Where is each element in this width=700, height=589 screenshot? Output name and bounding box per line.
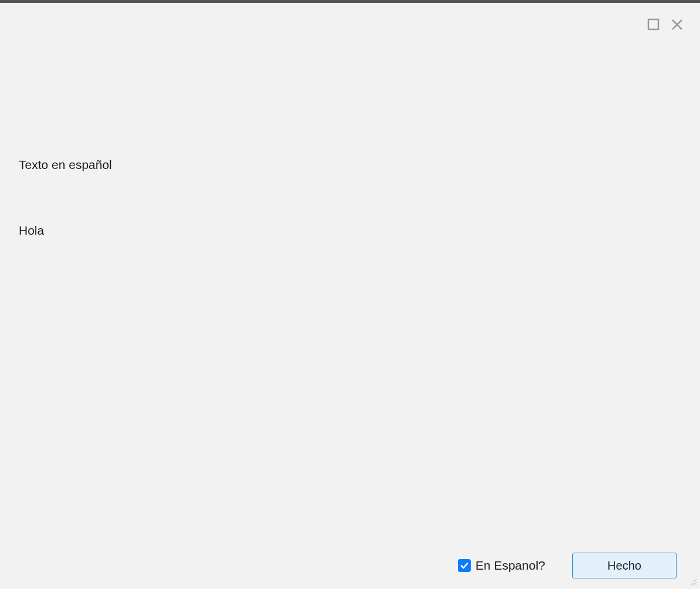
svg-line-3	[690, 579, 697, 586]
language-checkbox-wrap[interactable]: En Espanol?	[458, 558, 545, 573]
footer-bar: En Espanol? Hecho	[458, 553, 677, 578]
window-controls	[647, 18, 684, 31]
svg-line-4	[693, 582, 697, 586]
maximize-icon	[647, 18, 660, 31]
svg-line-5	[696, 585, 697, 586]
dialog-window: Texto en español Hola En Espanol? Hecho	[0, 3, 700, 589]
maximize-button[interactable]	[647, 18, 660, 31]
greeting-label: Hola	[19, 224, 112, 238]
close-icon	[671, 18, 684, 31]
language-checkbox[interactable]	[458, 559, 471, 572]
resize-grip-icon	[689, 578, 698, 587]
done-button[interactable]: Hecho	[572, 553, 677, 578]
language-checkbox-label: En Espanol?	[475, 558, 545, 573]
checkmark-icon	[460, 561, 469, 570]
close-button[interactable]	[671, 18, 684, 31]
content-area: Texto en español Hola	[19, 158, 112, 238]
spanish-text-label: Texto en español	[19, 158, 112, 172]
svg-rect-0	[648, 19, 658, 29]
